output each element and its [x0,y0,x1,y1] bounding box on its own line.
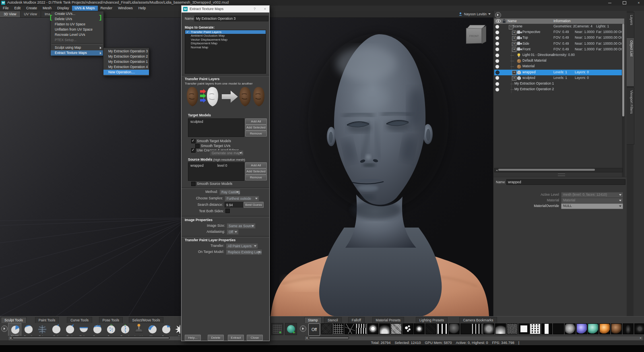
smooth-target-models-checkbox[interactable] [191,139,196,143]
delete-button[interactable]: Delete [208,335,224,341]
menu-item-create-uvs[interactable]: Create UVs... [51,11,103,17]
visibility-dot[interactable] [495,42,499,46]
stamp-thumb-noise[interactable] [321,323,332,334]
best-guess-button[interactable]: Best Guess [244,202,264,208]
stamp-thumb-gradsphere[interactable] [495,323,506,334]
close-button[interactable]: × [636,0,642,5]
visibility-dot[interactable] [495,36,499,40]
choose-samples-dropdown[interactable]: Furthest outside [225,196,259,201]
user-account-menu[interactable]: Nayoon Levitin [458,11,491,17]
test-both-sides-checkbox[interactable] [225,209,230,213]
view-cube[interactable]: FRONT [466,24,487,46]
object-row-sculpted[interactable]: +sculptedLevels: 1Layers: 0 [494,75,624,81]
object-row-light-01-directional[interactable]: Light 01 - DirectionalIntensity: 0.80 [494,52,624,58]
dialog-help-button[interactable]: ? [254,7,256,11]
object-row-top[interactable]: +TopFOV: 0.49Near: 1.0000Far: 10000.00Or… [494,35,624,41]
stamp-thumb-dark[interactable] [460,323,471,334]
materialoverride-dropdown[interactable]: NULL [561,203,623,209]
tool-tab-select-move-tools[interactable]: Select/Move Tools [129,317,164,323]
stamp-thumb-brown[interactable] [611,323,622,334]
stamp-sphere-button[interactable]: + [285,323,297,335]
tool-grab[interactable]: Grab [50,323,63,338]
stamp-thumb-smallblob[interactable] [414,323,425,334]
stamp-thumb-strokes[interactable] [356,323,367,334]
menu-render[interactable]: Render [98,6,116,11]
map-option-normal-map[interactable]: Normal Map [185,46,266,49]
visibility-dot[interactable] [495,82,499,86]
expand-toggle[interactable]: + [512,70,516,75]
tool-fill[interactable]: Fill [173,323,180,338]
tool-tab-curve-tools[interactable]: Curve Tools [67,317,92,323]
expand-toggle[interactable]: + [512,76,516,81]
stamp-thumb-orange[interactable] [599,323,610,334]
remove-button[interactable]: Remove [245,174,267,180]
object-list-vertical-scrollbar[interactable] [622,24,625,182]
expand-toggle[interactable]: + [512,42,516,46]
stamp-thumb-brightnoise[interactable] [391,323,402,334]
extract-button[interactable]: Extract [228,335,244,341]
object-row-perspective[interactable]: +PerspectiveFOV: 0.49Near: 1.0000Far: 10… [494,29,624,35]
object-list-horizontal-scrollbar[interactable]: ◄ [494,168,623,172]
panel-splitter-grip[interactable] [558,174,565,176]
map-option-displacement-map[interactable]: Displacement Map [185,41,266,45]
menu-uvs-maps[interactable]: UVs & Maps [72,6,98,11]
stamp-thumb-whitebar[interactable] [541,323,552,334]
stamp-thumb-whitesquare[interactable] [518,323,529,334]
tool-wax[interactable]: Wax [146,323,159,338]
panel-collapse-button[interactable] [495,12,501,18]
scrollbar-thumb[interactable] [12,337,169,339]
add-stamp-button[interactable]: + [271,323,283,335]
stamp-thumb-bars2[interactable] [437,323,448,334]
smooth-source-models-checkbox[interactable] [191,182,196,186]
map-option-transfer-paint-layers[interactable]: Transfer Paint Layers✓ [185,30,266,34]
menu-create[interactable]: Create [23,6,40,11]
stamp-thumb-blocks[interactable] [530,323,541,334]
tools-collapse-button[interactable] [1,325,8,332]
map-option-vector-displacement-map[interactable]: Vector Displacement Map [185,38,266,41]
object-row-my-extraction-operation-1[interactable]: My Extraction Operation 1 [494,81,624,87]
menu-item-ptex-setup[interactable]: PTEX Setup... [51,37,103,43]
add-selected-button[interactable]: Add Selected [245,124,267,130]
operation-name-input[interactable]: My Extraction Operation 3 [194,16,268,21]
visibility-dot[interactable] [495,31,499,34]
add-all-button[interactable]: Add All [245,162,267,168]
menu-edit[interactable]: Edit [12,6,24,11]
view-tab-uv-view[interactable]: UV View [21,11,41,17]
tray-tab-falloff[interactable]: Falloff [348,317,365,323]
side-tab-layers[interactable]: Layers [627,12,634,39]
tool-tab-pose-tools[interactable]: Pose Tools [99,317,123,323]
submenu-item-new-operation[interactable]: New Operation.... [103,70,149,75]
column-information[interactable]: Information [553,19,571,23]
visibility-dot[interactable] [495,88,499,91]
view-cube-side-face[interactable] [482,26,486,44]
image-size-dropdown[interactable]: Same as Source [227,223,256,229]
object-row-side[interactable]: +SideFOV: 0.49Near: 1.0000Far: 10000.00O… [494,41,624,47]
stamp-thumb-plaid[interactable] [333,323,344,334]
scroll-left-arrow-icon[interactable]: ◄ [495,169,498,172]
stamp-thumb-teal[interactable] [588,323,599,334]
object-row-wrapped[interactable]: +wrappedLevels: 1Layers: 0 [494,70,624,75]
stamp-thumb-purple[interactable] [576,323,587,334]
scrollbar-thumb[interactable] [622,24,624,116]
stamp-thumb-noiseblob[interactable] [483,323,494,334]
menu-item-unflatten-from-uv-space[interactable]: Unflatten from UV Space [51,27,103,32]
stamp-thumb-softblob[interactable] [379,323,390,334]
menu-item-delete-uvs[interactable]: Delete UVs [51,17,103,22]
visibility-dot[interactable] [495,70,500,75]
tool-tab-paint-tools[interactable]: Paint Tools [35,317,59,323]
transfer-dropdown[interactable]: All Paint Layers [226,243,258,249]
tool-sculpt[interactable]: Sculpt [8,323,21,338]
column-name[interactable]: Name [508,19,517,23]
tray-tab-camera-bookmarks[interactable]: Camera Bookmarks [459,317,497,323]
close-button[interactable]: Close [247,335,263,341]
expand-toggle[interactable]: + [512,48,516,52]
menu-display[interactable]: Display [54,6,72,11]
submenu-item-my-extraction-operation-3[interactable]: My Extraction Operation 3 [103,49,149,54]
menu-mesh[interactable]: Mesh [40,6,54,11]
tool-flatten[interactable]: Flatten [77,323,90,338]
expand-toggle[interactable]: + [512,36,516,41]
source-model-item[interactable]: wrapped [190,164,204,168]
stamp-thumb-scratch[interactable] [345,323,355,334]
object-row-scene[interactable]: −SceneGeometries: 2Cameras: 4Lights: 1 [494,24,624,29]
stamp-thumb-splat[interactable] [367,323,378,334]
